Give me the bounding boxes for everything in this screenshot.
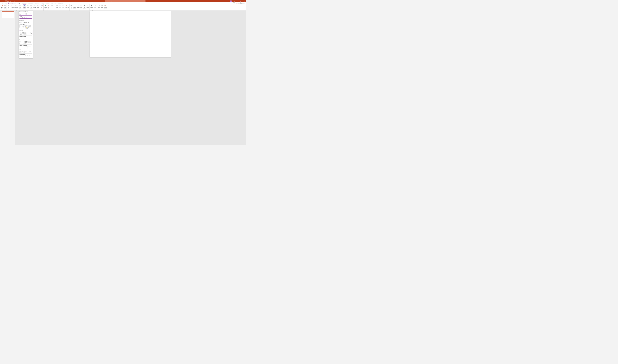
shape-item[interactable]: □ [20, 56, 21, 57]
shape-item[interactable]: ⇩ [30, 13, 31, 14]
svg-rect-20 [35, 6, 35, 6]
shape-item[interactable]: ⬯ [30, 27, 31, 28]
record-button[interactable]: Record [236, 2, 240, 4]
slide-thumbnail[interactable] [2, 11, 14, 18]
shapes-lines-highlight: Lines ╲╲╲⌐└⌐ᘔᔕᔕ [19, 15, 32, 18]
tab-home[interactable]: Home [4, 2, 8, 4]
shape-item[interactable]: ▢ [30, 51, 31, 52]
comment-button[interactable]: Comment [65, 4, 69, 8]
3d-models-button[interactable]: 3D Models ▾ [29, 4, 33, 9]
shape-item[interactable]: ▢ [24, 52, 25, 53]
equation-button[interactable]: πEquation▾ [90, 4, 93, 9]
redo-icon[interactable] [13, 0, 14, 2]
tab-file[interactable]: File [1, 2, 4, 4]
user-avatar[interactable]: GJ [230, 0, 232, 2]
tab-animations[interactable]: Animations [27, 2, 34, 4]
new-slide-button[interactable]: New Slide ▾ [0, 4, 3, 9]
slide-number-button[interactable]: #Slide Number [83, 4, 86, 9]
pictures-button[interactable]: Pictures▾ [11, 4, 14, 9]
shapes-button[interactable]: Shapes▾ [23, 4, 26, 9]
shape-item[interactable]: ◠ [27, 34, 28, 35]
reuse-slides-button[interactable]: Reuse Slides [3, 4, 6, 9]
svg-rect-33 [49, 6, 49, 6]
tab-record[interactable]: Record [40, 2, 45, 4]
shape-item[interactable]: ▭ [28, 22, 29, 23]
shape-item[interactable]: } [27, 28, 28, 29]
shape-item[interactable]: ᔕ [28, 17, 29, 18]
close-button[interactable] [243, 0, 245, 2]
my-addins-button[interactable]: My Add-ins ▾ [48, 7, 55, 9]
shape-item[interactable]: ▢ [27, 47, 28, 48]
minimize-button[interactable] [236, 0, 239, 2]
qat-more-icon[interactable]: ▾ [16, 1, 16, 1]
shape-item[interactable]: ⊂ [30, 42, 31, 43]
shape-item[interactable]: ○ [25, 43, 26, 44]
wordart-button[interactable]: AWordArt▾ [76, 4, 80, 9]
live-poll-button[interactable]: Live Poll [40, 4, 43, 9]
photo-album-button[interactable]: Photo Album ▾ [19, 4, 22, 9]
tab-help[interactable]: Help [54, 2, 57, 4]
tab-draw[interactable]: Draw [13, 2, 16, 4]
shapes-section-basic: Basic Shapes [19, 24, 32, 25]
undo-icon[interactable] [10, 0, 11, 2]
shape-item[interactable]: ◁ [30, 55, 31, 56]
shape-item[interactable]: ❋ [30, 46, 31, 47]
shape-item[interactable]: ⊏ [31, 33, 32, 34]
search-box[interactable] [105, 0, 145, 2]
shape-item[interactable]: ᔕ [21, 18, 22, 19]
chart-button[interactable]: Chart [37, 4, 39, 8]
svg-point-11 [12, 5, 13, 6]
user-name[interactable]: Gumpelmeyer Johanna [221, 1, 230, 1]
icons-button[interactable]: Icons [26, 4, 29, 8]
ribbon-display-icon[interactable] [234, 0, 236, 2]
svg-rect-3 [240, 1, 241, 1]
screenshot-button[interactable]: Screenshot▾ [14, 4, 18, 9]
zoom-button[interactable]: Zoom▾ [56, 4, 58, 9]
shapes-grid-lines-extra: ⌒◻ᔕ [19, 18, 33, 20]
tab-slidelizard[interactable]: SlideLizard [57, 2, 64, 4]
tab-slideshow[interactable]: Slide Show [34, 2, 40, 4]
slide-thumb-1[interactable]: 1 [0, 11, 14, 18]
record-dot-icon [237, 3, 237, 3]
svg-rect-0 [14, 1, 15, 1]
shape-item[interactable]: ☆ [26, 14, 27, 15]
tab-transitions[interactable]: Transitions [21, 2, 27, 4]
tab-review[interactable]: Review [45, 2, 50, 4]
smartart-button[interactable]: SmartArt [33, 4, 36, 8]
pen-icon[interactable]: ✎ [232, 0, 234, 2]
present-from-start-icon[interactable] [14, 0, 15, 2]
group-tables: Table▾ Tables [7, 4, 11, 11]
search-input[interactable] [107, 1, 145, 1]
collapse-ribbon-icon[interactable]: ˄ [245, 10, 246, 10]
shapes-grid-recent: ▭╲╲□○◇△⌐└⇨⇩◻ᔕ⌒╲{}☆ [19, 13, 33, 15]
header-footer-button[interactable]: Header & Footer [73, 4, 76, 9]
autosave-toggle[interactable]: Off [5, 0, 8, 1]
video-button[interactable]: Video▾ [98, 4, 100, 9]
shape-item[interactable]: ≠ [25, 37, 26, 39]
maximize-button[interactable] [239, 0, 242, 2]
text-box-button[interactable]: AText Box [70, 4, 73, 9]
forms-button[interactable]: Forms▾ [44, 4, 47, 9]
comments-toggle[interactable] [233, 2, 235, 4]
object-button[interactable]: Object [86, 4, 89, 8]
get-addins-button[interactable]: Get Add-ins [48, 5, 54, 7]
tab-insert[interactable]: Insert [8, 2, 13, 4]
svg-rect-9 [8, 5, 9, 5]
svg-rect-48 [87, 5, 88, 6]
date-time-button[interactable]: Date & Time [80, 4, 83, 9]
ribbon-body: New Slide ▾ Reuse Slides Slides Table▾ T… [0, 4, 246, 11]
tab-design[interactable]: Design [16, 2, 21, 4]
dropdown-resize-grip-icon[interactable]: ⋰ [32, 57, 32, 58]
tab-view[interactable]: View [50, 2, 54, 4]
undo-caret-icon[interactable]: ▾ [12, 1, 12, 1]
screen-recording-button[interactable]: Screen Recording [103, 4, 107, 9]
audio-button[interactable]: Audio▾ [101, 4, 103, 9]
document-name[interactable]: arrows ▾ [101, 1, 104, 1]
share-button[interactable]: Share [240, 2, 245, 4]
table-button[interactable]: Table▾ [7, 4, 10, 9]
slide-canvas[interactable] [90, 11, 171, 57]
svg-rect-2 [235, 1, 235, 1]
title-bar-left: AutoSave Off ▾ ▾ [0, 0, 16, 2]
group-symbols: πEquation▾ ΩSymbol Symbols [90, 4, 97, 11]
save-icon[interactable] [8, 0, 10, 2]
